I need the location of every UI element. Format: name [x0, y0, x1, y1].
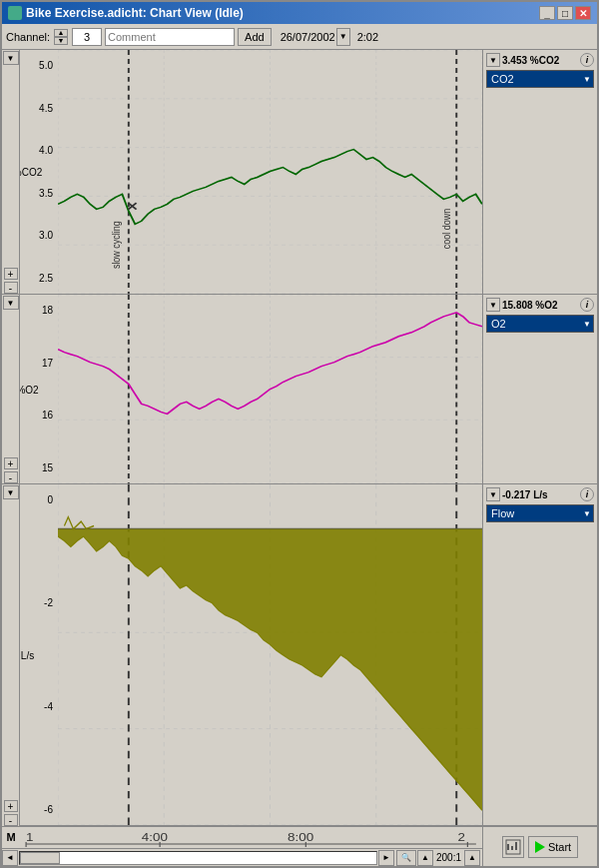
- bottom-controls: Start: [482, 827, 597, 866]
- add-button[interactable]: Add: [238, 28, 272, 46]
- channel-spinner[interactable]: ▲ ▼: [54, 29, 68, 45]
- o2-value-row: ▼ 15.808 %O2 i: [486, 298, 594, 312]
- o2-plus-btn[interactable]: +: [4, 457, 18, 469]
- co2-tick-30: 3.0: [39, 230, 53, 241]
- chart-icon-btn[interactable]: [502, 836, 524, 858]
- channel-down-btn[interactable]: ▼: [54, 37, 68, 45]
- co2-svg: ✕ slow cycling cool down: [58, 50, 482, 294]
- o2-channel-label: O2: [491, 318, 506, 330]
- co2-tick-45: 4.5: [39, 103, 53, 114]
- o2-y-axis: %O2 18 17 16 15: [20, 295, 58, 483]
- start-label: Start: [548, 841, 571, 853]
- start-button[interactable]: Start: [528, 836, 578, 858]
- bottom-left: M 1 4:00 8:00 2 ◄ ►: [2, 827, 482, 867]
- maximize-button[interactable]: □: [557, 6, 573, 20]
- o2-y-label: %O2: [20, 384, 39, 395]
- o2-minus-btn[interactable]: -: [4, 471, 18, 483]
- o2-tick-18: 18: [42, 305, 53, 316]
- o2-panel: %O2 18 17 16 15: [20, 295, 482, 484]
- co2-channel-select-wrapper: CO2: [486, 70, 594, 88]
- co2-y-axis: %CO2 5.0 4.5 4.0 3.5 3.0 2.5: [20, 50, 58, 294]
- timeline-svg: 1 4:00 8:00 2: [20, 827, 482, 849]
- timeline-area: M 1 4:00 8:00 2: [2, 827, 482, 849]
- flow-channel-select-wrapper: Flow: [486, 504, 594, 522]
- o2-value: 15.808 %O2: [502, 300, 558, 311]
- flow-value-row: ▼ -0.217 L/s i: [486, 487, 594, 501]
- flow-tick-0: 0: [47, 494, 53, 505]
- flow-minus-btn[interactable]: -: [4, 814, 18, 826]
- co2-channel-select[interactable]: CO2: [486, 70, 594, 88]
- flow-tick-m4: -4: [44, 701, 53, 712]
- timeline-marker-400: 4:00: [142, 831, 168, 844]
- timeline-marker-2: 2: [458, 831, 466, 844]
- zoom-icon-btn[interactable]: 🔍: [396, 850, 416, 866]
- co2-info-icon[interactable]: i: [580, 53, 594, 67]
- scroll-right-btn[interactable]: ►: [378, 850, 394, 866]
- flow-value: -0.217 L/s: [502, 489, 548, 500]
- flow-axis-down-btn[interactable]: ▼: [3, 485, 19, 499]
- o2-axis-down-btn[interactable]: ▼: [3, 296, 19, 310]
- flow-value-dropdown-btn[interactable]: ▼: [486, 487, 500, 501]
- svg-marker-36: [58, 528, 482, 810]
- co2-axis-down-btn[interactable]: ▼: [3, 51, 19, 65]
- co2-y-label: %CO2: [20, 167, 42, 178]
- co2-chart: ✕ slow cycling cool down: [58, 50, 482, 294]
- app-icon: [8, 6, 22, 20]
- flow-panel: L/s 0 -2 -4 -6: [20, 484, 482, 826]
- co2-value: 3.453 %CO2: [502, 55, 559, 66]
- main-area: ▼ + - ▼ + - ▼ + -: [2, 50, 597, 826]
- timeline-marker-800: 8:00: [288, 831, 313, 844]
- minimize-button[interactable]: _: [539, 6, 555, 20]
- o2-tick-17: 17: [42, 358, 53, 369]
- co2-tick-40: 4.0: [39, 145, 53, 156]
- zoom-up-btn[interactable]: ▲: [464, 850, 480, 866]
- scroll-left-btn[interactable]: ◄: [2, 850, 18, 866]
- slow-cycling-label: slow cycling: [110, 221, 122, 269]
- o2-channel-select-wrapper: O2: [486, 315, 594, 333]
- o2-info-icon[interactable]: i: [580, 298, 594, 312]
- co2-tick-25: 2.5: [39, 273, 53, 284]
- time-value: 2:02: [357, 31, 378, 43]
- close-button[interactable]: ✕: [575, 6, 591, 20]
- flow-info-icon[interactable]: i: [580, 487, 594, 501]
- o2-value-dropdown-btn[interactable]: ▼: [486, 298, 500, 312]
- timeline-marker-1: 1: [26, 831, 34, 844]
- scrollbar-thumb[interactable]: [20, 852, 60, 864]
- flow-axis-pm: + -: [4, 800, 18, 826]
- scrollbar-track[interactable]: [19, 851, 377, 865]
- co2-channel-label: CO2: [491, 73, 514, 85]
- comment-input[interactable]: [105, 28, 235, 46]
- left-axis-panel: ▼ + - ▼ + - ▼ + -: [2, 50, 20, 826]
- flow-channel-select[interactable]: Flow: [486, 504, 594, 522]
- annotation-marker: ✕: [126, 200, 139, 214]
- o2-svg: [58, 295, 482, 483]
- flow-tick-m2: -2: [44, 597, 53, 608]
- cool-down-label: cool down: [440, 209, 452, 250]
- co2-plus-btn[interactable]: +: [4, 268, 18, 280]
- flow-y-axis: L/s 0 -2 -4 -6: [20, 484, 58, 825]
- date-dropdown: 26/07/2002 ▼: [275, 28, 350, 46]
- co2-value-dropdown-btn[interactable]: ▼: [486, 53, 500, 67]
- flow-channel-label: Flow: [491, 507, 514, 519]
- co2-panel: %CO2 5.0 4.5 4.0 3.5 3.0 2.5: [20, 50, 482, 295]
- co2-tick-35: 3.5: [39, 188, 53, 199]
- channel-input[interactable]: [72, 28, 102, 46]
- titlebar: Bike Exercise.adicht: Chart View (Idle) …: [2, 2, 597, 24]
- o2-right-section: ▼ 15.808 %O2 i O2: [483, 295, 597, 484]
- o2-axis-pm: + -: [4, 457, 18, 483]
- window-title: Bike Exercise.adicht: Chart View (Idle): [26, 6, 244, 20]
- titlebar-title: Bike Exercise.adicht: Chart View (Idle): [8, 6, 244, 20]
- zoom-value: 200:1: [434, 852, 463, 863]
- co2-value-row: ▼ 3.453 %CO2 i: [486, 53, 594, 67]
- channel-up-btn[interactable]: ▲: [54, 29, 68, 37]
- titlebar-controls: _ □ ✕: [539, 6, 591, 20]
- flow-plus-btn[interactable]: +: [4, 800, 18, 812]
- flow-chart: [58, 484, 482, 825]
- zoom-controls: 🔍 ▲ 200:1 ▲: [396, 850, 480, 866]
- date-dropdown-btn[interactable]: ▼: [336, 28, 350, 46]
- channel-label: Channel:: [6, 31, 50, 43]
- co2-minus-btn[interactable]: -: [4, 282, 18, 294]
- o2-channel-select[interactable]: O2: [486, 315, 594, 333]
- o2-tick-16: 16: [42, 410, 53, 421]
- zoom-triangle-btn[interactable]: ▲: [417, 850, 433, 866]
